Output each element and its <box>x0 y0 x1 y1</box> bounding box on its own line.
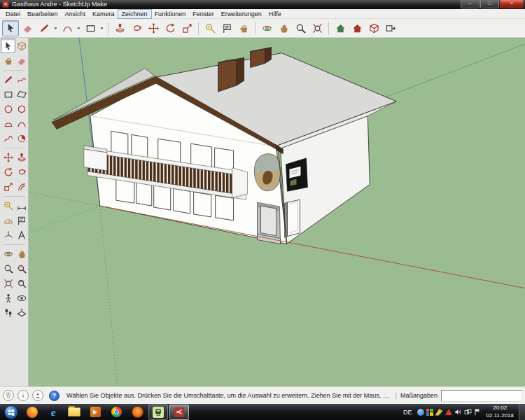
tray-app-red-icon[interactable] <box>445 409 452 415</box>
menu-erweiterungen[interactable]: Erweiterungen <box>218 10 265 18</box>
taskbar-internet-explorer[interactable]: e <box>43 405 63 420</box>
minimize-button[interactable]: – <box>461 0 479 8</box>
palette-orbit-tool[interactable] <box>1 246 15 261</box>
palette-zoom-extents-tool[interactable] <box>1 276 15 290</box>
menu-datei[interactable]: Datei <box>2 10 24 18</box>
balcony-left-end[interactable] <box>84 149 107 171</box>
window[interactable] <box>116 179 134 204</box>
menu-zeichnen[interactable]: Zeichnen <box>118 10 151 18</box>
menu-ansicht[interactable]: Ansicht <box>62 10 90 18</box>
palette-zoom-previous-tool[interactable] <box>14 276 29 290</box>
arc-tool-dropdown-icon[interactable] <box>76 21 82 36</box>
network-icon[interactable] <box>464 408 472 416</box>
taskbar-clock[interactable]: 20:02 02.11.2018 <box>483 405 517 419</box>
window[interactable] <box>136 183 152 206</box>
window[interactable] <box>174 188 190 214</box>
taskbar-train-app[interactable] <box>148 405 168 420</box>
palette-rectangle-tool[interactable] <box>1 87 15 102</box>
balcony-right-end[interactable] <box>232 168 248 197</box>
palette-scale-tool[interactable] <box>1 179 15 194</box>
window[interactable] <box>154 185 171 210</box>
palette-paint-bucket-tool[interactable] <box>1 53 15 68</box>
zoom-tool-button[interactable] <box>292 20 309 36</box>
scale-tool-button[interactable] <box>178 20 195 36</box>
taskbar-chrome[interactable] <box>106 405 126 420</box>
share-model-button[interactable] <box>349 20 365 36</box>
side-door[interactable] <box>287 200 300 236</box>
palette-walk-tool[interactable] <box>1 305 15 320</box>
tray-cleaner-icon[interactable] <box>435 409 443 416</box>
menu-bearbeiten[interactable]: Bearbeiten <box>24 10 62 18</box>
palette-three-point-arc-tool[interactable] <box>1 131 15 146</box>
viewport-canvas[interactable] <box>29 38 525 386</box>
palette-make-component-tool[interactable] <box>14 38 29 53</box>
paint-bucket-tool-button[interactable] <box>235 20 252 36</box>
entrance-doorway[interactable] <box>258 202 281 244</box>
taskbar-media-player[interactable]: ▶ <box>85 405 105 420</box>
palette-select-tool[interactable] <box>1 38 15 53</box>
tray-app-grid-icon[interactable] <box>426 409 433 416</box>
credits-button[interactable] <box>18 390 29 401</box>
palette-text-tool[interactable] <box>14 213 29 227</box>
move-tool-button[interactable] <box>145 20 162 36</box>
chimney-large-side[interactable] <box>237 58 244 86</box>
rectangle-tool-dropdown-icon[interactable] <box>99 21 105 36</box>
pan-tool-button[interactable] <box>275 20 292 36</box>
palette-axes-tool[interactable] <box>1 227 15 242</box>
taskbar-firefox[interactable] <box>22 405 42 420</box>
measurements-input[interactable] <box>441 390 522 402</box>
push-pull-tool-button[interactable] <box>111 20 128 36</box>
palette-3d-text-tool[interactable] <box>14 227 29 242</box>
palette-offset-tool[interactable] <box>14 179 29 194</box>
menu-kamera[interactable]: Kamera <box>89 10 118 18</box>
tape-measure-tool-button[interactable] <box>202 20 218 36</box>
line-tool-dropdown-icon[interactable] <box>52 21 59 36</box>
palette-eraser-tool[interactable] <box>14 53 29 68</box>
rectangle-tool-button[interactable] <box>82 20 99 36</box>
line-tool-button[interactable] <box>36 20 52 36</box>
oval-painting[interactable] <box>254 154 280 191</box>
taskbar-orange-app[interactable] <box>127 405 147 420</box>
orbit-tool-button[interactable] <box>258 20 275 36</box>
model-viewport[interactable] <box>29 38 525 386</box>
zoom-extents-button[interactable] <box>309 20 326 36</box>
taskbar-sketchup[interactable] <box>169 405 189 420</box>
arc-tool-button[interactable] <box>59 20 76 36</box>
palette-circle-tool[interactable] <box>1 102 15 116</box>
menu-funktionen[interactable]: Funktionen <box>151 10 190 18</box>
tray-app-blue-icon[interactable] <box>417 409 424 416</box>
close-button[interactable]: × <box>500 0 524 8</box>
text-tool-button[interactable] <box>218 20 235 36</box>
palette-dimensions-tool[interactable] <box>14 198 29 213</box>
follow-me-tool-button[interactable] <box>128 20 145 36</box>
show-desktop-button[interactable] <box>519 404 525 420</box>
palette-line-tool[interactable] <box>1 72 15 87</box>
title-bar[interactable]: Gasthaus Andre - SketchUp Make – □ × <box>0 0 525 9</box>
geolocation-button[interactable] <box>3 390 14 401</box>
palette-polygon-tool[interactable] <box>14 102 29 116</box>
get-models-button[interactable] <box>332 20 349 36</box>
select-tool-button[interactable] <box>2 20 19 36</box>
taskbar-windows-explorer[interactable] <box>64 405 84 420</box>
palette-move-tool[interactable] <box>1 150 15 164</box>
rotate-tool-button[interactable] <box>162 20 178 36</box>
volume-icon[interactable] <box>454 408 462 416</box>
palette-section-plane-tool[interactable] <box>14 305 29 320</box>
palette-pie-tool[interactable] <box>14 131 29 146</box>
action-center-flag-icon[interactable] <box>474 408 482 416</box>
palette-look-around-tool[interactable] <box>14 290 29 305</box>
palette-two-point-arc-tool[interactable] <box>1 116 15 131</box>
palette-tape-measure-tool[interactable] <box>1 198 15 213</box>
palette-follow-me-tool[interactable] <box>14 164 29 179</box>
sign-in-button[interactable] <box>32 390 43 401</box>
window[interactable] <box>216 195 234 220</box>
palette-protractor-tool[interactable] <box>1 213 15 227</box>
palette-push-pull-tool[interactable] <box>14 150 29 164</box>
language-indicator[interactable]: DE <box>400 409 416 416</box>
palette-zoom-tool[interactable] <box>1 261 15 276</box>
send-to-layout-button[interactable] <box>382 20 399 36</box>
palette-rotated-rectangle-tool[interactable] <box>14 87 29 102</box>
menu-fenster[interactable]: Fenster <box>189 10 218 18</box>
maximize-button[interactable]: □ <box>480 0 499 8</box>
palette-pan-tool[interactable] <box>14 246 29 261</box>
